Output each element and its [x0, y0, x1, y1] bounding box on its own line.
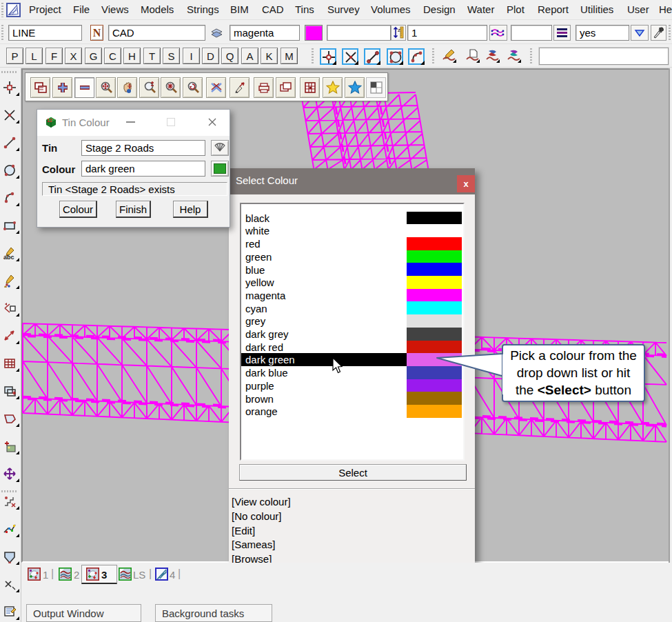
svg-text:12: 12	[47, 118, 52, 123]
